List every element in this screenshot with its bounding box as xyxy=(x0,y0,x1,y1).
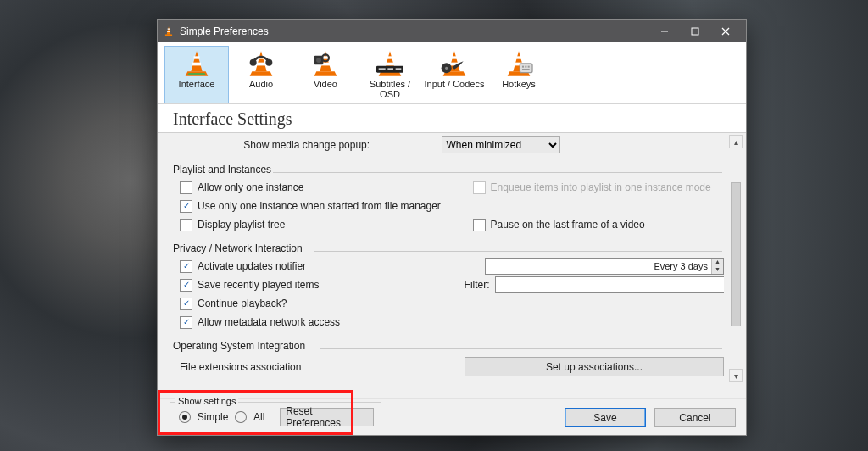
checkbox-display-tree[interactable] xyxy=(180,219,192,231)
scroll-down-icon[interactable]: ▾ xyxy=(729,369,743,382)
label-pause-last: Pause on the last frame of a video xyxy=(491,219,645,231)
audio-icon xyxy=(230,48,292,77)
checkbox-allow-meta[interactable]: ✓ xyxy=(180,316,192,329)
label-activate-updates: Activate updates notifier xyxy=(198,260,306,272)
tab-hotkeys[interactable]: Hotkeys xyxy=(487,46,551,103)
vlc-cone-icon xyxy=(163,25,175,37)
settings-scroll-area: Show media change popup: When minimized … xyxy=(171,133,724,386)
tab-video[interactable]: Video xyxy=(293,46,358,103)
svg-rect-23 xyxy=(396,68,402,70)
preferences-window: Simple Preferences Interface Audio Video… xyxy=(157,19,747,436)
tab-subtitles[interactable]: Subtitles / OSD xyxy=(358,46,422,103)
svg-rect-2 xyxy=(165,35,172,36)
media-change-select[interactable]: When minimized xyxy=(442,136,560,153)
page-heading: Interface Settings xyxy=(158,104,746,133)
tab-label: Interface xyxy=(165,79,228,89)
setup-associations-button[interactable]: Set up associations... xyxy=(465,357,724,376)
svg-rect-10 xyxy=(257,63,265,66)
input-codecs-icon xyxy=(423,48,486,77)
save-button[interactable]: Save xyxy=(565,408,646,427)
spinner-up-icon[interactable]: ▲ xyxy=(711,259,723,266)
label-allow-meta: Allow metadata network access xyxy=(198,316,340,328)
group-title-privacy: Privacy / Network Interaction xyxy=(173,242,724,254)
svg-rect-0 xyxy=(168,29,170,30)
svg-rect-32 xyxy=(525,66,526,68)
checkbox-use-one-fm[interactable]: ✓ xyxy=(180,200,192,213)
label-all: All xyxy=(253,411,264,423)
tab-input-codecs[interactable]: Input / Codecs xyxy=(422,46,487,103)
group-title-os: Operating System Integration xyxy=(173,340,724,352)
svg-rect-28 xyxy=(516,56,522,58)
minimize-button[interactable] xyxy=(649,20,680,42)
tab-interface[interactable]: Interface xyxy=(164,46,229,103)
svg-rect-4 xyxy=(692,28,698,35)
radio-simple[interactable] xyxy=(179,411,191,423)
svg-point-11 xyxy=(250,59,257,66)
label-continue-playback: Continue playback? xyxy=(198,298,287,309)
tab-audio[interactable]: Audio xyxy=(229,46,293,103)
label-allow-one-instance: Allow only one instance xyxy=(198,181,303,193)
svg-rect-18 xyxy=(387,56,393,58)
video-icon xyxy=(294,48,357,77)
checkbox-allow-one-instance[interactable] xyxy=(180,181,192,194)
file-assoc-label: File extensions association xyxy=(180,361,301,373)
checkbox-enqueue xyxy=(473,181,486,194)
tab-label: Video xyxy=(294,79,357,89)
category-toolbar: Interface Audio Video Subtitles / OSD In… xyxy=(158,42,746,104)
hotkeys-icon xyxy=(487,48,550,77)
checkbox-continue-playback[interactable]: ✓ xyxy=(180,298,192,310)
svg-rect-19 xyxy=(386,63,394,66)
tab-label: Input / Codecs xyxy=(423,79,486,89)
filter-input[interactable] xyxy=(495,276,724,293)
svg-point-27 xyxy=(445,67,448,70)
svg-rect-24 xyxy=(452,56,458,58)
tab-label: Hotkeys xyxy=(487,79,550,89)
vertical-scrollbar[interactable]: ▴ ▾ xyxy=(729,135,743,382)
reset-preferences-button[interactable]: Reset Preferences xyxy=(280,408,374,426)
svg-rect-8 xyxy=(192,63,201,66)
svg-rect-33 xyxy=(528,66,530,68)
checkbox-activate-updates[interactable]: ✓ xyxy=(180,260,192,273)
label-save-recent: Save recently played items xyxy=(198,279,319,291)
svg-point-16 xyxy=(316,58,321,63)
close-button[interactable] xyxy=(710,20,741,42)
label-use-one-fm: Use only one instance when started from … xyxy=(198,200,441,212)
svg-rect-1 xyxy=(167,31,170,31)
desktop-background: Simple Preferences Interface Audio Video… xyxy=(0,0,868,451)
updates-interval-spinner[interactable]: Every 3 days ▲ ▼ xyxy=(485,258,724,275)
subtitles-icon xyxy=(359,48,421,77)
show-settings-label: Show settings xyxy=(175,396,238,406)
svg-rect-7 xyxy=(194,56,200,58)
maximize-button[interactable] xyxy=(680,20,710,42)
scroll-up-icon[interactable]: ▴ xyxy=(729,135,743,148)
svg-rect-22 xyxy=(387,68,393,70)
titlebar[interactable]: Simple Preferences xyxy=(158,20,746,42)
label-display-tree: Display playlist tree xyxy=(198,219,285,231)
cancel-button[interactable]: Cancel xyxy=(654,408,736,427)
dialog-footer: Show settings Simple All Reset Preferenc… xyxy=(158,398,746,435)
svg-rect-30 xyxy=(520,64,532,73)
tab-label: Subtitles / OSD xyxy=(359,79,421,99)
checkbox-pause-last[interactable] xyxy=(473,219,486,231)
label-enqueue: Enqueue items into playlist in one insta… xyxy=(491,181,711,193)
svg-rect-34 xyxy=(522,69,530,70)
radio-all[interactable] xyxy=(235,411,247,423)
filter-label: Filter: xyxy=(465,279,490,291)
scroll-thumb[interactable] xyxy=(731,182,741,326)
interface-icon xyxy=(165,48,228,77)
tab-label: Audio xyxy=(230,79,292,89)
media-change-label: Show media change popup: xyxy=(171,139,442,151)
svg-point-12 xyxy=(265,59,272,66)
checkbox-save-recent[interactable]: ✓ xyxy=(180,279,192,292)
svg-rect-31 xyxy=(522,66,524,68)
spinner-down-icon[interactable]: ▼ xyxy=(711,266,723,274)
updates-interval-value: Every 3 days xyxy=(486,261,711,271)
svg-rect-21 xyxy=(379,68,386,70)
show-settings-group: Show settings Simple All Reset Preferenc… xyxy=(170,402,381,432)
scroll-track[interactable] xyxy=(729,148,743,369)
window-title: Simple Preferences xyxy=(180,25,269,37)
svg-rect-13 xyxy=(323,56,329,58)
label-simple: Simple xyxy=(198,411,229,423)
group-title-playlist: Playlist and Instances xyxy=(173,164,724,175)
